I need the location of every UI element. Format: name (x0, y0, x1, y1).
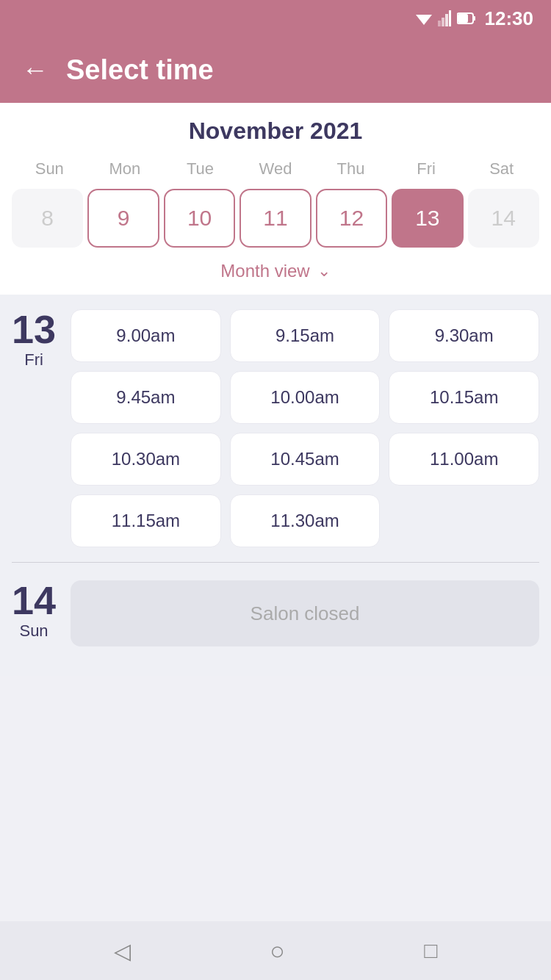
time-slot-1100am[interactable]: 11.00am (389, 433, 539, 486)
salon-closed-text: Salon closed (251, 602, 360, 625)
date-12[interactable]: 12 (316, 189, 387, 248)
day-block-13: 13 Fri 9.00am 9.15am 9.30am 9.45am 10.00… (12, 309, 539, 547)
day-name-14: Sun (19, 621, 48, 641)
time-grid-13: 9.00am 9.15am 9.30am 9.45am 10.00am 10.1… (71, 309, 539, 547)
signal-icon (438, 10, 451, 26)
svg-rect-8 (473, 16, 475, 21)
time-slot-900am[interactable]: 9.00am (71, 309, 221, 362)
time-slot-915am[interactable]: 9.15am (230, 309, 381, 362)
date-13[interactable]: 13 (392, 189, 463, 248)
svg-rect-2 (438, 21, 441, 26)
time-slot-1015am[interactable]: 10.15am (389, 371, 539, 424)
salon-closed-block: Salon closed (71, 580, 539, 646)
wifi-icon (416, 12, 432, 25)
month-view-label: Month view (220, 261, 309, 281)
date-10[interactable]: 10 (164, 189, 235, 248)
weekday-sat: Sat (464, 159, 539, 179)
battery-icon (457, 12, 476, 25)
time-slot-945am[interactable]: 9.45am (71, 371, 221, 424)
time-slots-section: 13 Fri 9.00am 9.15am 9.30am 9.45am 10.00… (0, 295, 551, 676)
status-time: 12:30 (485, 7, 534, 30)
day-header-13: 13 Fri 9.00am 9.15am 9.30am 9.45am 10.00… (12, 309, 539, 547)
month-title: November 2021 (12, 118, 539, 145)
back-nav-icon[interactable]: ◁ (114, 938, 131, 964)
status-bar: 12:30 (0, 0, 551, 37)
date-9[interactable]: 9 (87, 189, 159, 248)
weekday-fri: Fri (389, 159, 464, 179)
header: ← Select time (0, 37, 551, 103)
day-number-13: 13 (12, 309, 56, 349)
svg-rect-5 (449, 10, 451, 26)
weekday-wed: Wed (238, 159, 314, 179)
time-slot-1130am[interactable]: 11.30am (230, 494, 381, 547)
calendar-section: November 2021 Sun Mon Tue Wed Thu Fri Sa… (0, 103, 551, 295)
time-slot-930am[interactable]: 9.30am (389, 309, 539, 362)
dates-row: 8 9 10 11 12 13 14 (12, 186, 539, 251)
page-title: Select time (66, 54, 214, 86)
day-number-block-13: 13 Fri (12, 309, 56, 370)
weekday-tue: Tue (162, 159, 238, 179)
day-number-14: 14 (12, 580, 56, 620)
bottom-nav: ◁ ○ □ (0, 921, 551, 980)
weekday-sun: Sun (12, 159, 87, 179)
month-view-toggle[interactable]: Month view ⌄ (12, 251, 539, 287)
day-block-14: 14 Sun Salon closed (12, 580, 539, 646)
status-icons (416, 10, 476, 26)
day-number-block-14: 14 Sun (12, 580, 56, 641)
svg-rect-3 (442, 18, 444, 26)
time-slot-1045am[interactable]: 10.45am (230, 433, 381, 486)
recent-nav-icon[interactable]: □ (424, 938, 437, 963)
day-name-13: Fri (24, 350, 43, 370)
weekday-mon: Mon (87, 159, 163, 179)
back-button[interactable]: ← (22, 57, 48, 83)
time-slot-1115am[interactable]: 11.15am (71, 494, 221, 547)
svg-rect-4 (445, 14, 448, 26)
day-header-14: 14 Sun Salon closed (12, 580, 539, 646)
time-slot-1030am[interactable]: 10.30am (71, 433, 221, 486)
day-divider (12, 562, 539, 563)
svg-rect-7 (458, 14, 468, 23)
date-14[interactable]: 14 (468, 189, 539, 248)
date-8[interactable]: 8 (12, 189, 83, 248)
home-nav-icon[interactable]: ○ (270, 937, 285, 965)
weekday-row: Sun Mon Tue Wed Thu Fri Sat (12, 159, 539, 179)
date-11[interactable]: 11 (240, 189, 311, 248)
time-slot-1000am[interactable]: 10.00am (230, 371, 381, 424)
weekday-thu: Thu (313, 159, 389, 179)
chevron-down-icon: ⌄ (317, 262, 331, 281)
